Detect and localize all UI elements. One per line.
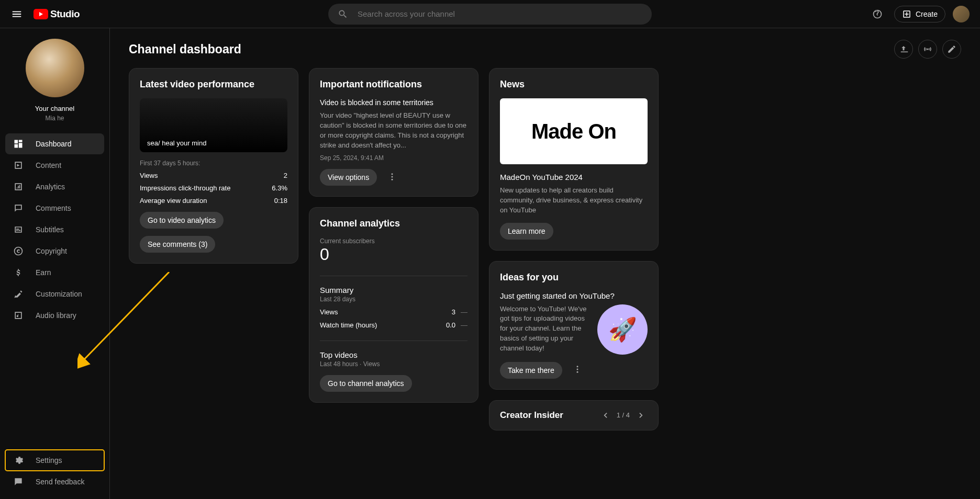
ideas-card: Ideas for you Just getting started on Yo… — [489, 261, 659, 390]
view-options-button[interactable]: View options — [320, 169, 377, 186]
dashboard-icon — [13, 139, 24, 149]
live-icon — [923, 44, 932, 54]
content-icon — [13, 160, 24, 171]
see-comments-button[interactable]: See comments (3) — [140, 236, 215, 253]
sidebar-label: Subtitles — [36, 225, 64, 234]
video-thumbnail[interactable]: sea/ heal your mind — [140, 98, 287, 152]
sidebar-item-dashboard[interactable]: Dashboard — [5, 133, 104, 154]
svg-point-5 — [576, 371, 578, 373]
take-me-there-button[interactable]: Take me there — [500, 362, 562, 379]
subtitles-icon — [13, 224, 24, 235]
sidebar-item-customization[interactable]: Customization — [5, 283, 104, 304]
sidebar-item-comments[interactable]: Comments — [5, 198, 104, 219]
youtube-icon — [34, 9, 48, 19]
menu-button[interactable] — [10, 8, 23, 20]
ideas-headline: Just getting started on YouTube? — [500, 291, 648, 300]
news-card: News Made On MadeOn YouTube 2024 New upd… — [489, 68, 659, 251]
create-icon — [902, 9, 911, 19]
stat-value: 6.3% — [272, 184, 287, 192]
sidebar-item-content[interactable]: Content — [5, 155, 104, 176]
search-icon — [338, 9, 348, 19]
sidebar-label: Comments — [36, 204, 71, 212]
ideas-description: Welcome to YouTube! We've got tips for u… — [500, 304, 589, 355]
card-title: Channel analytics — [320, 218, 467, 229]
gear-icon — [13, 455, 24, 466]
sidebar-item-subtitles[interactable]: Subtitles — [5, 219, 104, 240]
channel-avatar[interactable] — [26, 39, 84, 97]
studio-logo[interactable]: Studio — [34, 8, 80, 20]
learn-more-button[interactable]: Learn more — [500, 223, 553, 240]
analytics-icon — [13, 182, 24, 192]
stat-label: Average view duration — [140, 197, 207, 205]
video-analytics-button[interactable]: Go to video analytics — [140, 212, 224, 229]
video-title: sea/ heal your mind — [147, 139, 206, 147]
sidebar-label: Send feedback — [36, 478, 84, 486]
more-options-button[interactable] — [569, 362, 586, 378]
svg-point-4 — [576, 369, 578, 370]
pager-next-button[interactable] — [635, 409, 648, 422]
creator-insider-card: Creator Insider 1 / 4 — [489, 400, 659, 430]
analytics-label: Watch time (hours) — [320, 321, 377, 329]
chevron-left-icon — [600, 410, 610, 421]
card-title: Latest video performance — [140, 79, 287, 90]
search-box[interactable] — [328, 4, 652, 25]
upload-icon — [899, 44, 908, 54]
channel-label: Your channel — [0, 105, 109, 112]
more-options-button[interactable] — [383, 170, 401, 185]
rocket-icon: 🚀 — [597, 304, 648, 355]
sidebar-item-earn[interactable]: Earn — [5, 262, 104, 283]
sidebar-label: Dashboard — [36, 140, 72, 148]
channel-name: Mia he — [0, 115, 109, 122]
summary-sub: Last 28 days — [320, 296, 467, 303]
more-icon — [387, 172, 397, 182]
top-videos-title: Top videos — [320, 350, 467, 359]
create-button[interactable]: Create — [894, 6, 945, 22]
notification-text: Your video "highest level of BEAUTY use … — [320, 111, 467, 150]
audio-library-icon — [13, 310, 24, 321]
create-label: Create — [916, 10, 938, 18]
svg-point-1 — [392, 176, 393, 177]
upload-button[interactable] — [894, 40, 913, 59]
stat-value: 0:18 — [274, 197, 287, 205]
svg-point-0 — [392, 173, 393, 175]
channel-analytics-button[interactable]: Go to channel analytics — [320, 375, 412, 392]
sidebar-item-feedback[interactable]: Send feedback — [5, 471, 104, 492]
card-title: Important notifications — [320, 79, 467, 90]
feedback-icon — [13, 477, 24, 487]
edit-icon — [947, 44, 956, 54]
stat-label: Views — [140, 172, 158, 179]
trend-indicator: — — [461, 308, 467, 316]
analytics-value: 0.0 — [446, 321, 455, 329]
top-videos-sub: Last 48 hours · Views — [320, 360, 467, 368]
subscribers-label: Current subscribers — [320, 237, 467, 245]
go-live-button[interactable] — [918, 40, 937, 59]
help-icon — [872, 9, 883, 19]
pager-prev-button[interactable] — [599, 409, 611, 422]
analytics-label: Views — [320, 308, 338, 316]
stat-label: Impressions click-through rate — [140, 184, 230, 192]
sidebar-item-audio-library[interactable]: Audio library — [5, 305, 104, 326]
summary-title: Summary — [320, 286, 467, 294]
sidebar-item-copyright[interactable]: Copyright — [5, 241, 104, 262]
pager-text: 1 / 4 — [617, 411, 630, 419]
edit-button[interactable] — [942, 40, 961, 59]
sidebar-label: Customization — [36, 290, 82, 298]
svg-point-3 — [576, 366, 578, 367]
help-button[interactable] — [868, 5, 887, 24]
svg-point-2 — [392, 179, 393, 180]
search-input[interactable] — [358, 9, 642, 18]
sidebar-item-analytics[interactable]: Analytics — [5, 176, 104, 197]
sidebar-label: Content — [36, 161, 61, 169]
avatar[interactable] — [953, 6, 970, 22]
latest-video-card: Latest video performance sea/ heal your … — [129, 68, 298, 264]
notifications-card: Important notifications Video is blocked… — [309, 68, 478, 197]
sidebar-label: Audio library — [36, 311, 76, 320]
chevron-right-icon — [636, 410, 647, 421]
stats-period: First 37 days 5 hours: — [140, 160, 287, 167]
sidebar-item-settings[interactable]: Settings — [5, 450, 104, 471]
stat-value: 2 — [284, 172, 287, 179]
notification-title: Video is blocked in some territories — [320, 98, 467, 107]
news-description: New updates to help all creators build c… — [500, 186, 648, 216]
analytics-card: Channel analytics Current subscribers 0 … — [309, 207, 478, 403]
analytics-value: 3 — [452, 308, 455, 316]
